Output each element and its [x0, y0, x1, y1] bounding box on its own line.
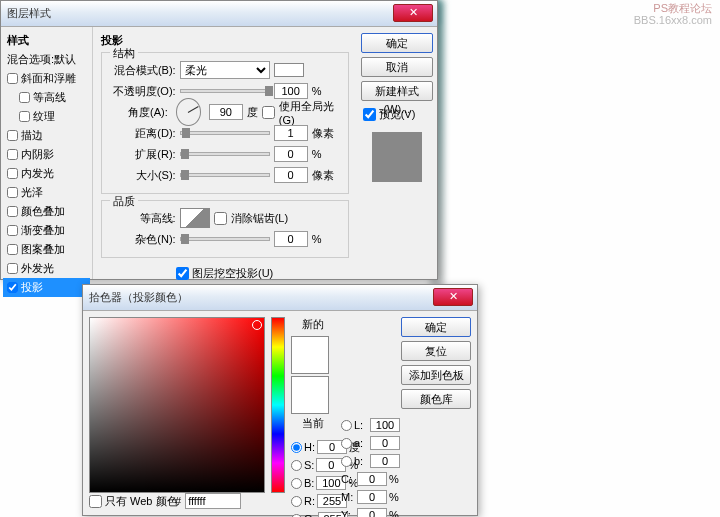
size-input[interactable]	[274, 167, 308, 183]
hex-input[interactable]	[185, 493, 241, 509]
cancel-button[interactable]: 取消	[361, 57, 433, 77]
structure-fieldset: 结构 混合模式(B): 柔光 不透明度(O): % 角度(A): 度	[101, 52, 349, 194]
hue-slider[interactable]	[271, 317, 285, 493]
web-only-checkbox[interactable]	[89, 495, 102, 508]
l-radio[interactable]	[341, 420, 352, 431]
watermark: PS教程论坛 BBS.16xx8.com	[634, 2, 712, 26]
blend-options[interactable]: 混合选项:默认	[3, 50, 90, 69]
quality-fieldset: 品质 等高线: 消除锯齿(L) 杂色(N): %	[101, 200, 349, 258]
size-slider[interactable]	[180, 173, 270, 177]
style-list: 样式 混合选项:默认 斜面和浮雕 等高线 纹理 描边 内阴影 内发光 光泽 颜色…	[1, 27, 93, 279]
reset-button[interactable]: 复位	[401, 341, 471, 361]
antialias-checkbox[interactable]	[214, 212, 227, 225]
list-item[interactable]: 斜面和浮雕	[3, 69, 90, 88]
a-radio[interactable]	[341, 438, 352, 449]
c-input[interactable]	[357, 472, 387, 486]
color-cursor-icon	[252, 320, 262, 330]
blend-mode-select[interactable]: 柔光	[180, 61, 270, 79]
angle-dial[interactable]	[176, 98, 201, 126]
shadow-color-swatch[interactable]	[274, 63, 304, 77]
h-radio[interactable]	[291, 442, 302, 453]
add-swatch-button[interactable]: 添加到色板	[401, 365, 471, 385]
list-item[interactable]: 光泽	[3, 183, 90, 202]
list-item[interactable]: 渐变叠加	[3, 221, 90, 240]
list-item-selected[interactable]: 投影	[3, 278, 90, 297]
global-light-checkbox[interactable]	[262, 106, 275, 119]
section-title: 投影	[101, 33, 349, 48]
dialog-title: 拾色器（投影颜色）	[89, 290, 188, 305]
color-lib-button[interactable]: 颜色库	[401, 389, 471, 409]
a-input[interactable]	[370, 436, 400, 450]
opacity-slider[interactable]	[180, 89, 270, 93]
m-input[interactable]	[357, 490, 387, 504]
angle-input[interactable]	[209, 104, 243, 120]
preview-swatch	[372, 132, 422, 182]
list-item[interactable]: 外发光	[3, 259, 90, 278]
distance-slider[interactable]	[180, 131, 270, 135]
y-input[interactable]	[357, 508, 387, 517]
l-input[interactable]	[370, 418, 400, 432]
list-item[interactable]: 颜色叠加	[3, 202, 90, 221]
noise-slider[interactable]	[180, 237, 270, 241]
current-color-swatch	[291, 376, 329, 414]
r-radio[interactable]	[291, 496, 302, 507]
ok-button[interactable]: 确定	[401, 317, 471, 337]
knockout-checkbox[interactable]	[176, 267, 189, 280]
g-radio[interactable]	[291, 514, 302, 518]
distance-input[interactable]	[274, 125, 308, 141]
titlebar[interactable]: 图层样式 ✕	[1, 1, 437, 27]
color-field[interactable]	[89, 317, 265, 493]
list-item[interactable]: 等高线	[3, 88, 90, 107]
layer-style-dialog: 图层样式 ✕ 样式 混合选项:默认 斜面和浮雕 等高线 纹理 描边 内阴影 内发…	[0, 0, 438, 280]
list-item[interactable]: 内发光	[3, 164, 90, 183]
list-item[interactable]: 图案叠加	[3, 240, 90, 259]
right-buttons: 确定 取消 新建样式(W)... 预览(V)	[357, 27, 437, 279]
b-radio[interactable]	[341, 456, 352, 467]
b-input[interactable]	[370, 454, 400, 468]
list-item[interactable]: 内阴影	[3, 145, 90, 164]
bv-radio[interactable]	[291, 478, 302, 489]
color-picker-dialog: 拾色器（投影颜色） ✕ 新的 当前 H:度 S:% B:% R: G: B: 确…	[82, 284, 478, 516]
dialog-title: 图层样式	[7, 6, 51, 21]
contour-picker[interactable]	[180, 208, 210, 228]
spread-input[interactable]	[274, 146, 308, 162]
new-color-swatch	[291, 336, 329, 374]
main-panel: 投影 结构 混合模式(B): 柔光 不透明度(O): % 角度(A):	[93, 27, 357, 279]
new-style-button[interactable]: 新建样式(W)...	[361, 81, 433, 101]
titlebar[interactable]: 拾色器（投影颜色） ✕	[83, 285, 477, 311]
spread-slider[interactable]	[180, 152, 270, 156]
close-icon[interactable]: ✕	[393, 4, 433, 22]
noise-input[interactable]	[274, 231, 308, 247]
close-icon[interactable]: ✕	[433, 288, 473, 306]
list-item[interactable]: 纹理	[3, 107, 90, 126]
list-item[interactable]: 描边	[3, 126, 90, 145]
s-radio[interactable]	[291, 460, 302, 471]
preview-checkbox[interactable]	[363, 108, 376, 121]
ok-button[interactable]: 确定	[361, 33, 433, 53]
styles-header: 样式	[3, 31, 90, 50]
opacity-input[interactable]	[274, 83, 308, 99]
